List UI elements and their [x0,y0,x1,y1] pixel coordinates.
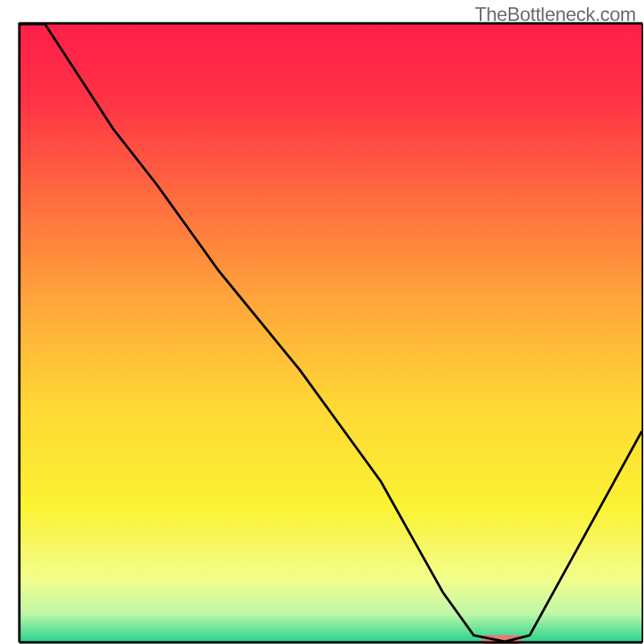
chart-svg [0,0,644,644]
bottleneck-chart: TheBottleneck.com [0,0,644,644]
gradient-background [20,24,642,642]
watermark-label: TheBottleneck.com [475,3,636,26]
